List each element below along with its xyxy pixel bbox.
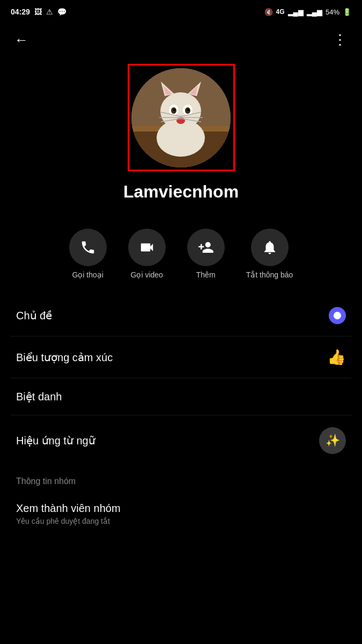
group-members-subtitle: Yêu cầu phê duyệt đang tắt [16,517,121,525]
phone-icon [80,239,96,255]
radio-dot-inner [334,312,341,319]
theme-title: Chủ đề [16,309,52,322]
nickname-title: Biệt danh [16,390,62,403]
network-4g-icon: 4G [276,8,285,16]
status-messenger-icon: 💬 [57,8,67,16]
section-header: Thông tin nhóm [0,466,362,491]
emoji-menu-item[interactable]: Biểu tượng cảm xúc 👍 [11,336,351,378]
avatar-container[interactable] [128,64,235,171]
section-title: Thông tin nhóm [16,477,76,486]
back-arrow-icon: ← [14,32,28,48]
theme-menu-item[interactable]: Chủ đề [11,295,351,336]
emoji-icon-right: 👍 [327,348,346,366]
word-effect-title: Hiệu ứng từ ngữ [16,434,95,447]
signal-bars2-icon: ▂▄▆ [307,8,322,16]
svg-point-23 [162,126,178,137]
battery-icon: 54% [326,8,339,16]
signal-bars-icon: ▂▄▆ [288,8,304,16]
nickname-menu-left: Biệt danh [16,390,62,403]
nickname-menu-item[interactable]: Biệt danh [11,378,351,415]
video-action[interactable]: Gọi video [128,229,166,279]
add-person-action[interactable]: Thêm [187,229,225,279]
add-person-icon [198,239,214,255]
call-icon-circle [69,229,107,266]
magic-wand-icon: ✨ [319,427,346,454]
video-icon [139,239,155,255]
group-members-left: Xem thành viên nhóm Yêu cầu phê duyệt đa… [16,502,121,525]
add-icon-circle [187,229,225,266]
call-action[interactable]: Gọi thoại [69,229,107,279]
group-members-title: Xem thành viên nhóm [16,502,121,515]
word-effect-menu-left: Hiệu ứng từ ngữ [16,434,95,447]
add-label: Thêm [196,270,216,279]
avatar [131,68,231,167]
video-label: Gọi video [131,270,163,279]
more-dots-icon: ⋮ [333,32,348,48]
mute-icon-circle [251,229,289,266]
status-photo-icon: 🖼 [34,8,42,16]
group-members-menu-item[interactable]: Xem thành viên nhóm Yêu cầu phê duyệt đa… [11,491,351,537]
group-name: Lamviecnhom [123,182,239,202]
theme-icon-right [329,307,346,324]
action-buttons-row: Gọi thoại Gọi video Thêm Tắt thông báo [0,218,362,295]
theme-menu-left: Chủ đề [16,309,52,322]
page-header: ← ⋮ [0,24,362,58]
emoji-title: Biểu tượng cảm xúc [16,351,113,364]
status-time: 04:29 [11,8,30,16]
bell-icon [262,239,278,255]
svg-point-4 [160,92,201,130]
group-info-menu-list: Xem thành viên nhóm Yêu cầu phê duyệt đa… [0,491,362,537]
svg-point-13 [173,109,175,111]
svg-point-14 [187,109,189,111]
status-icons-right: 🔇 4G ▂▄▆ ▂▄▆ 54% 🔋 [264,8,351,16]
menu-list: Chủ đề Biểu tượng cảm xúc 👍 Biệt danh Hi… [0,295,362,466]
mute-action[interactable]: Tắt thông báo [246,229,293,279]
status-left: 04:29 🖼 ⚠ 💬 [11,8,67,16]
svg-point-16 [176,118,185,124]
svg-point-24 [184,126,199,137]
status-bar: 04:29 🖼 ⚠ 💬 🔇 4G ▂▄▆ ▂▄▆ 54% 🔋 [0,0,362,24]
status-alert-icon: ⚠ [46,8,53,16]
word-effect-icon-right: ✨ [319,427,346,454]
emoji-menu-left: Biểu tượng cảm xúc [16,351,113,364]
call-label: Gọi thoại [72,270,103,279]
back-button[interactable]: ← [11,29,32,50]
mute-label: Tắt thông báo [246,270,293,279]
profile-section: Lamviecnhom [0,58,362,218]
radio-dot-icon [329,307,346,324]
mute-icon: 🔇 [264,8,273,16]
thumbs-up-icon: 👍 [327,348,346,366]
word-effect-menu-item[interactable]: Hiệu ứng từ ngữ ✨ [11,415,351,466]
battery-shape-icon: 🔋 [343,8,351,16]
more-options-button[interactable]: ⋮ [330,29,351,50]
video-icon-circle [128,229,166,266]
